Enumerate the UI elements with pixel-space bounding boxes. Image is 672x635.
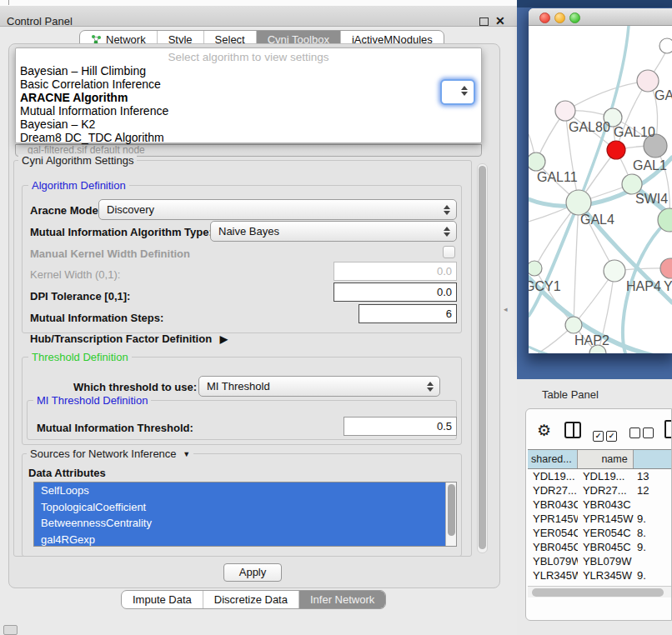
stepper-arrows-icon: [444, 227, 450, 237]
stepper-arrows-icon: [461, 86, 468, 96]
table-row[interactable]: YER054CYER054C8.: [528, 526, 672, 540]
column-header-name[interactable]: name: [578, 450, 634, 468]
gear-icon[interactable]: ⚙: [537, 422, 551, 440]
dpi-tolerance-label: DPI Tolerance [0,1]:: [30, 290, 130, 302]
network-node[interactable]: [660, 258, 672, 278]
table-body: YDL19...YDL19...13YDR27...YDR27...12YBR0…: [528, 469, 672, 585]
mi-threshold-field[interactable]: 0.5: [344, 417, 457, 436]
network-edge[interactable]: [574, 202, 579, 325]
network-node[interactable]: [529, 152, 545, 171]
dropdown-prompt: Select algorithm to view settings: [16, 50, 481, 64]
table-cell: YBL079W: [528, 554, 578, 568]
checked-pair-icon[interactable]: ✓✓: [593, 427, 619, 442]
document-icon[interactable]: [664, 420, 672, 438]
table-cell: 9.: [634, 512, 672, 526]
scrollbar-thumb[interactable]: [479, 166, 486, 549]
table-cell: 12: [634, 483, 672, 498]
algorithm-definition-title: Algorithm Definition: [28, 179, 129, 192]
mi-type-label: Mutual Information Algorithm Type:: [30, 226, 213, 238]
table-cell: YDL19...: [578, 469, 634, 483]
algorithm-option-aracne-algorithm[interactable]: ARACNE Algorithm: [16, 91, 481, 104]
hub-section-toggle[interactable]: Hub/Transcription Factor Definition ▶: [30, 332, 228, 345]
table-row[interactable]: YDL19...YDL19...13: [528, 469, 672, 483]
mi-type-select[interactable]: Naive Bayes: [210, 221, 457, 242]
kernel-width-field[interactable]: 0.0: [333, 262, 457, 281]
columns-icon[interactable]: [564, 422, 581, 438]
network-edge[interactable]: [565, 81, 648, 111]
table-row[interactable]: YIL052CYIL052C9.: [528, 582, 672, 585]
table-cell: 13: [634, 469, 672, 483]
expand-arrow-icon[interactable]: ▶: [220, 333, 228, 345]
aracne-mode-label: Aracne Mode:: [30, 204, 102, 217]
network-node[interactable]: [607, 141, 625, 159]
aracne-mode-select[interactable]: Discovery: [98, 199, 457, 220]
zoom-green-icon[interactable]: [569, 12, 580, 23]
tab-infer-network[interactable]: Infer Network: [298, 591, 385, 608]
close-icon[interactable]: ✕: [495, 14, 505, 28]
focused-combo-fragment[interactable]: [440, 79, 475, 105]
tab-impute-data[interactable]: Impute Data: [122, 591, 203, 608]
network-node[interactable]: [604, 260, 625, 282]
hub-section-label: Hub/Transcription Factor Definition: [30, 332, 212, 345]
mi-steps-label: Mutual Information Steps:: [30, 312, 163, 324]
network-window-titlebar[interactable]: [529, 8, 672, 26]
column-header-shared[interactable]: shared...: [528, 450, 578, 468]
table-panel-card: ⚙ ✓✓ shared...name YDL19...YDL19...13YDR…: [525, 408, 672, 621]
column-header-2[interactable]: [634, 450, 672, 468]
table-horizontal-scrollbar[interactable]: [528, 586, 672, 598]
data-attributes-list[interactable]: SelfLoopsTopologicalCoefficientBetweenne…: [33, 482, 457, 547]
algorithm-option-basic-correlation-inference[interactable]: Basic Correlation Inference: [16, 78, 481, 91]
network-canvas[interactable]: GALGAL80GAL10GAL1GAL11SWI4GAL4GCY1HAP4YH…: [529, 26, 672, 353]
collapsed-panel-icon[interactable]: [3, 625, 18, 635]
algorithm-option-bayesian-hill-climbing[interactable]: Bayesian – Hill Climbing: [16, 64, 481, 78]
unchecked-pair-icon[interactable]: [629, 427, 656, 442]
network-node[interactable]: [566, 190, 591, 215]
network-node[interactable]: [529, 261, 542, 276]
node-label-gcy1: GCY1: [529, 279, 561, 293]
network-node[interactable]: [565, 317, 582, 333]
network-node[interactable]: [555, 101, 575, 121]
top-tick: [8, 0, 9, 5]
manual-kernel-checkbox[interactable]: [443, 246, 455, 258]
attribute-item-betweennesscentrality[interactable]: BetweennessCentrality: [34, 515, 445, 532]
dropdown-items: Bayesian – Hill ClimbingBasic Correlatio…: [16, 64, 481, 144]
scrollbar-thumb[interactable]: [448, 484, 455, 536]
table-row[interactable]: YPR145WYPR145W9.: [528, 512, 672, 526]
float-window-icon[interactable]: [479, 18, 489, 26]
collapse-arrow-icon[interactable]: ▼: [183, 450, 190, 458]
list-scrollbar[interactable]: [445, 482, 456, 546]
top-strip: [0, 0, 517, 6]
table-row[interactable]: YDR27...YDR27...12: [528, 483, 672, 498]
attribute-item-gal4rgexp[interactable]: gal4RGexp: [34, 532, 445, 548]
data-attributes-label: Data Attributes: [28, 467, 106, 479]
table-cell: 9.: [634, 568, 672, 582]
which-threshold-select[interactable]: MI Threshold: [198, 376, 440, 397]
minimize-yellow-icon[interactable]: [554, 12, 565, 23]
splitter-grip-icon[interactable]: ◂: [504, 305, 508, 313]
sources-title-text: Sources for Network Inference: [30, 448, 177, 460]
sources-group-title[interactable]: Sources for Network Inference ▼: [27, 448, 193, 460]
dpi-tolerance-field[interactable]: 0.0: [333, 282, 457, 302]
attribute-item-selfloops[interactable]: SelfLoops: [34, 482, 445, 499]
tab-label: Impute Data: [133, 593, 192, 606]
table-cell: YBR045C: [578, 540, 634, 554]
table-row[interactable]: YLR345WYLR345W9.: [528, 568, 672, 582]
attribute-item-topologicalcoefficient[interactable]: TopologicalCoefficient: [34, 499, 445, 516]
tab-discretize-data[interactable]: Discretize Data: [203, 591, 298, 608]
close-red-icon[interactable]: [539, 12, 550, 23]
mi-steps-field[interactable]: 6: [359, 304, 457, 323]
algorithm-option-dream8-dc-tdc-algorithm[interactable]: Dream8 DC_TDC Algorithm: [16, 131, 481, 144]
algorithm-option-mutual-information-inference[interactable]: Mutual Information Inference: [16, 104, 481, 118]
table-row[interactable]: YBR043CYBR043C: [528, 498, 672, 512]
node-label-gal1: GAL1: [633, 158, 667, 172]
table-row[interactable]: YBL079WYBL079W: [528, 554, 672, 568]
table-cell: 8.: [634, 526, 672, 540]
apply-button[interactable]: Apply: [223, 563, 282, 582]
table-row[interactable]: YBR045CYBR045C9.: [528, 540, 672, 554]
scrollbar-thumb[interactable]: [532, 588, 664, 597]
settings-scrollbar[interactable]: [477, 163, 488, 553]
checkbox-empty-icon: [629, 428, 640, 438]
algorithm-option-bayesian-k2[interactable]: Bayesian – K2: [16, 118, 481, 131]
which-threshold-label: Which threshold to use:: [73, 381, 197, 393]
network-node[interactable]: [659, 38, 672, 53]
